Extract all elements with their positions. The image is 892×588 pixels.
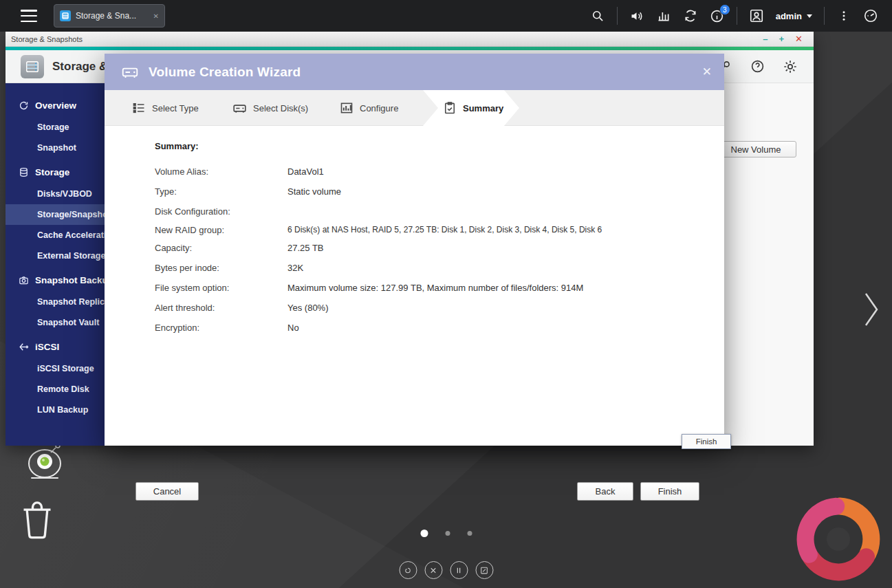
back-button[interactable]: Back: [577, 482, 633, 501]
chevron-down-icon: [807, 14, 812, 18]
taskbar-tab-label: Storage & Sna...: [76, 11, 149, 21]
sidebar-item-snapshot-backup[interactable]: Snapshot Backup: [6, 269, 105, 292]
summary-row: Volume Alias:DataVol1: [155, 162, 704, 182]
external-device-icon[interactable]: [683, 8, 698, 23]
window-titlebar: Storage & Snapshots – + ✕: [6, 32, 814, 47]
sidebar-item-snapshot-replica[interactable]: Snapshot Replica: [6, 292, 105, 312]
iscsi-icon: [18, 342, 29, 353]
page-dot-2[interactable]: [445, 531, 450, 536]
qboost-robot-icon[interactable]: [22, 440, 72, 486]
next-page-chevron-icon[interactable]: [864, 292, 879, 330]
configure-icon: [340, 101, 353, 115]
step-configure[interactable]: Configure: [340, 90, 398, 126]
wizard-summary-page: Summary: Volume Alias:DataVol1 Type:Stat…: [105, 126, 724, 446]
window-title: Storage & Snapshots: [11, 35, 83, 43]
drive-icon: [121, 63, 139, 81]
volume-icon[interactable]: [629, 8, 644, 23]
step-summary[interactable]: Summary: [443, 90, 503, 126]
divider: [737, 7, 737, 25]
taskbar-right-icons: 3 admin: [590, 7, 892, 25]
more-options-icon[interactable]: [836, 8, 851, 23]
divider: [617, 7, 618, 25]
brand-swirl-logo: [786, 487, 891, 588]
volume-creation-wizard-dialog: Volume Creation Wizard ✕ Select Type Sel…: [105, 54, 724, 446]
sidebar-item-snapshot-overview[interactable]: Snapshot: [6, 138, 105, 158]
wizard-steps: Select Type Select Disk(s) Configure Sum…: [105, 90, 724, 126]
notifications-icon[interactable]: 3: [710, 8, 725, 23]
summary-row: Type:Static volume: [155, 182, 704, 202]
search-icon[interactable]: [590, 8, 605, 23]
sidebar-item-cache-acceleration[interactable]: Cache Acceleration: [6, 225, 105, 246]
sidebar-item-overview[interactable]: Overview: [6, 94, 105, 117]
summary-heading: Summary:: [155, 141, 199, 151]
dashboard-icon[interactable]: [863, 8, 878, 23]
summary-rows: Volume Alias:DataVol1 Type:Static volume…: [155, 162, 704, 338]
page-dot-1[interactable]: [420, 530, 428, 537]
sidebar-nav: Overview Storage Snapshot Storage Disks/…: [6, 83, 105, 446]
finish-button[interactable]: Finish: [640, 482, 699, 501]
sidebar-item-snapshot-vault[interactable]: Snapshot Vault: [6, 312, 105, 333]
select-type-icon: [132, 101, 146, 115]
storage-app-icon: [60, 10, 71, 21]
wizard-title: Volume Creation Wizard: [149, 65, 301, 80]
dialog-close-icon[interactable]: ✕: [702, 66, 712, 78]
desktop: Storage & Sna... ✕ 3: [0, 0, 892, 588]
wizard-header: Volume Creation Wizard ✕: [105, 54, 724, 90]
main-menu-icon[interactable]: [21, 10, 37, 22]
desktop-page-dots: [420, 530, 472, 537]
new-volume-button[interactable]: New Volume: [715, 141, 796, 157]
sidebar-item-disks-vjbod[interactable]: Disks/VJBOD: [6, 184, 105, 204]
summary-row: Capacity:27.25 TB: [155, 238, 704, 258]
divider: [824, 7, 825, 25]
sidebar-item-iscsi[interactable]: iSCSI: [6, 336, 105, 358]
cancel-button[interactable]: Cancel: [135, 482, 199, 501]
overview-icon: [18, 100, 29, 111]
admin-username: admin: [776, 11, 802, 21]
user-icon[interactable]: [749, 8, 764, 23]
sidebar-item-storage-overview[interactable]: Storage: [6, 117, 105, 138]
floating-finish-button[interactable]: Finish: [682, 434, 731, 449]
storage-snapshots-app-icon: [21, 55, 44, 78]
settings-gear-icon[interactable]: [782, 58, 798, 75]
admin-menu[interactable]: admin: [776, 11, 812, 21]
notification-count-badge: 3: [719, 4, 730, 15]
sidebar-item-lun-backup[interactable]: LUN Backup: [6, 400, 105, 420]
summary-row: New RAID group:6 Disk(s) at NAS Host, RA…: [155, 221, 704, 238]
top-taskbar: Storage & Sna... ✕ 3: [0, 0, 892, 32]
sidebar-item-remote-disk[interactable]: Remote Disk: [6, 379, 105, 400]
step-select-type[interactable]: Select Type: [132, 90, 199, 126]
summary-row: Disk Configuration:: [155, 202, 704, 221]
sidebar-item-external-storage[interactable]: External Storage: [6, 246, 105, 266]
swirl-icon[interactable]: [399, 561, 417, 579]
help-icon[interactable]: [749, 58, 765, 75]
page-dot-3[interactable]: [467, 531, 472, 536]
summary-icon: [443, 101, 457, 115]
summary-row: Encryption:No: [155, 318, 704, 338]
compass-icon[interactable]: [424, 561, 442, 579]
window-minimize-button[interactable]: –: [763, 34, 768, 43]
summary-row: Alert threshold:Yes (80%): [155, 298, 704, 318]
summary-row: File system option:Maximum volume size: …: [155, 278, 704, 298]
sidebar-item-storage-snapshots[interactable]: Storage/Snapshots: [6, 204, 105, 225]
step-select-disks[interactable]: Select Disk(s): [232, 90, 308, 126]
snapshot-backup-icon: [18, 275, 29, 286]
summary-row: Bytes per inode:32K: [155, 258, 704, 278]
background-tasks-icon[interactable]: [656, 8, 671, 23]
recycle-bin-icon[interactable]: [19, 499, 55, 543]
columns-icon[interactable]: [450, 561, 468, 579]
window-close-button[interactable]: ✕: [795, 34, 803, 43]
storage-icon: [18, 167, 29, 178]
sidebar-item-iscsi-storage[interactable]: iSCSI Storage: [6, 358, 105, 379]
select-disks-icon: [232, 101, 247, 116]
window-maximize-button[interactable]: +: [779, 34, 785, 43]
desktop-dock: [399, 561, 493, 579]
tab-close-icon[interactable]: ✕: [153, 12, 159, 20]
taskbar-tab-storage-snapshots[interactable]: Storage & Sna... ✕: [54, 4, 165, 28]
sidebar-item-storage[interactable]: Storage: [6, 161, 105, 184]
compose-icon[interactable]: [475, 561, 493, 579]
